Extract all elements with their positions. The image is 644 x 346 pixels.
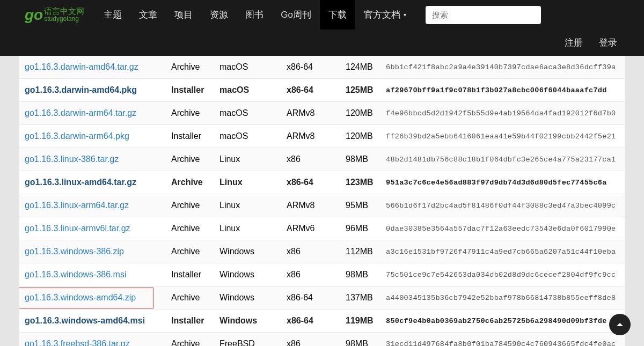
cell-kind: Archive bbox=[167, 333, 215, 347]
download-link[interactable]: go1.16.3.darwin-amd64.tar.gz bbox=[25, 62, 138, 71]
nav-item-label: 资源 bbox=[210, 9, 228, 21]
cell-filename: go1.16.3.windows-386.msi bbox=[19, 263, 167, 286]
nav-item-3[interactable]: 资源 bbox=[201, 0, 237, 30]
navbar: go 语言中文网 studygolang 主题文章项目资源图书Go周刊下载官方文… bbox=[0, 0, 644, 30]
cell-filename: go1.16.3.windows-amd64.msi bbox=[19, 310, 167, 333]
table-row: go1.16.3.freebsd-386.tar.gzArchiveFreeBS… bbox=[19, 333, 625, 347]
cell-filename: go1.16.3.freebsd-386.tar.gz bbox=[19, 333, 167, 347]
cell-size: 98MB bbox=[341, 263, 382, 286]
scroll-top-button[interactable] bbox=[609, 314, 631, 335]
cell-sha: 850cf9e4b0ab0369ab2750c6ab25725b6a298490… bbox=[382, 310, 625, 333]
nav-item-label: Go周刊 bbox=[281, 9, 311, 21]
cell-sha: 6bb1cf421f8abc2a9a4e39140b7397cdae6aca3e… bbox=[382, 56, 625, 79]
nav-item-0[interactable]: 主题 bbox=[95, 0, 130, 30]
cell-kind: Archive bbox=[167, 194, 215, 217]
cell-sha: a4400345135b36cb7942e52bbaf978b66814738b… bbox=[382, 286, 625, 310]
cell-kind: Archive bbox=[167, 102, 215, 125]
nav-item-label: 项目 bbox=[174, 9, 193, 21]
download-link[interactable]: go1.16.3.linux-arm64.tar.gz bbox=[25, 201, 129, 210]
cell-sha: af29670bff9a1f9c078b1f3b027a8cbc006f6044… bbox=[382, 79, 625, 102]
cell-filename: go1.16.3.linux-arm64.tar.gz bbox=[19, 194, 167, 217]
nav-item-7[interactable]: 官方文档▾ bbox=[355, 0, 415, 30]
cell-kind: Archive bbox=[167, 217, 215, 240]
cell-arch: ARMv8 bbox=[282, 194, 341, 217]
download-link[interactable]: go1.16.3.darwin-amd64.pkg bbox=[25, 85, 137, 94]
download-link[interactable]: go1.16.3.darwin-arm64.pkg bbox=[25, 131, 129, 141]
logo-go-text: go bbox=[25, 6, 43, 24]
cell-filename: go1.16.3.darwin-arm64.tar.gz bbox=[19, 102, 167, 125]
download-link[interactable]: go1.16.3.windows-386.zip bbox=[25, 247, 124, 256]
cell-arch: x86 bbox=[282, 148, 341, 171]
cell-kind: Archive bbox=[167, 286, 215, 310]
cell-kind: Installer bbox=[167, 79, 215, 102]
cell-size: 120MB bbox=[341, 102, 382, 125]
nav-item-4[interactable]: 图书 bbox=[237, 0, 272, 30]
cell-kind: Installer bbox=[167, 310, 215, 333]
cell-size: 120MB bbox=[341, 125, 382, 148]
cell-arch: ARMv6 bbox=[282, 217, 341, 240]
cell-kind: Archive bbox=[167, 240, 215, 263]
cell-kind: Archive bbox=[167, 56, 215, 79]
downloads-table: go1.16.3.darwin-amd64.tar.gzArchivemacOS… bbox=[19, 56, 625, 346]
cell-arch: x86-64 bbox=[282, 171, 341, 194]
cell-size: 123MB bbox=[341, 171, 382, 194]
download-link[interactable]: go1.16.3.linux-amd64.tar.gz bbox=[25, 178, 136, 187]
download-link[interactable]: go1.16.3.windows-amd64.zip bbox=[25, 293, 136, 302]
logo[interactable]: go 语言中文网 studygolang bbox=[25, 6, 84, 24]
cell-filename: go1.16.3.windows-amd64.zip bbox=[19, 286, 167, 310]
cell-filename: go1.16.3.linux-386.tar.gz bbox=[19, 148, 167, 171]
register-link[interactable]: 注册 bbox=[565, 36, 583, 49]
caret-down-icon: ▾ bbox=[404, 12, 406, 18]
nav-item-5[interactable]: Go周刊 bbox=[272, 0, 320, 30]
download-link[interactable]: go1.16.3.windows-amd64.msi bbox=[25, 316, 145, 325]
cell-sha: 75c501ce9c7e542653da034db02d8d9dc6cecef2… bbox=[382, 263, 625, 286]
highlight-box: go1.16.3.windows-amd64.zip bbox=[19, 288, 153, 308]
nav-item-2[interactable]: 项目 bbox=[166, 0, 201, 30]
cell-os: macOS bbox=[215, 79, 282, 102]
cell-arch: x86-64 bbox=[282, 310, 341, 333]
table-row: go1.16.3.darwin-arm64.pkgInstallermacOSA… bbox=[19, 125, 625, 148]
table-row: go1.16.3.windows-386.zipArchiveWindowsx8… bbox=[19, 240, 625, 263]
search-input[interactable] bbox=[426, 6, 541, 24]
cell-arch: x86-64 bbox=[282, 79, 341, 102]
cell-os: Linux bbox=[215, 194, 282, 217]
cell-size: 95MB bbox=[341, 194, 382, 217]
cell-kind: Installer bbox=[167, 125, 215, 148]
cell-kind: Archive bbox=[167, 148, 215, 171]
table-row: go1.16.3.linux-386.tar.gzArchiveLinuxx86… bbox=[19, 148, 625, 171]
table-row: go1.16.3.windows-386.msiInstallerWindows… bbox=[19, 263, 625, 286]
cell-size: 96MB bbox=[341, 217, 382, 240]
login-link[interactable]: 登录 bbox=[599, 36, 617, 49]
cell-sha: 0dae30385e3564a557dac7f12a63eedc73543e6d… bbox=[382, 217, 625, 240]
nav-item-1[interactable]: 文章 bbox=[130, 0, 166, 30]
cell-size: 98MB bbox=[341, 148, 382, 171]
cell-os: Linux bbox=[215, 148, 282, 171]
main-content: go1.16.3.darwin-amd64.tar.gzArchivemacOS… bbox=[19, 56, 625, 346]
download-link[interactable]: go1.16.3.freebsd-386.tar.gz bbox=[25, 339, 130, 346]
cell-size: 112MB bbox=[341, 240, 382, 263]
table-row: go1.16.3.darwin-arm64.tar.gzArchivemacOS… bbox=[19, 102, 625, 125]
table-row: go1.16.3.windows-amd64.msiInstallerWindo… bbox=[19, 310, 625, 333]
logo-cn-text: 语言中文网 bbox=[44, 7, 84, 16]
download-link[interactable]: go1.16.3.linux-386.tar.gz bbox=[25, 154, 119, 164]
nav-item-label: 文章 bbox=[139, 9, 157, 21]
cell-arch: ARMv8 bbox=[282, 125, 341, 148]
navbar-auth: 注册 登录 bbox=[0, 30, 644, 56]
download-link[interactable]: go1.16.3.linux-armv6l.tar.gz bbox=[25, 224, 130, 233]
table-row: go1.16.3.darwin-amd64.tar.gzArchivemacOS… bbox=[19, 56, 625, 79]
download-link[interactable]: go1.16.3.darwin-arm64.tar.gz bbox=[25, 108, 136, 117]
nav-item-label: 官方文档 bbox=[364, 9, 400, 21]
cell-kind: Archive bbox=[167, 171, 215, 194]
cell-arch: x86 bbox=[282, 333, 341, 347]
download-link[interactable]: go1.16.3.windows-386.msi bbox=[25, 270, 126, 279]
nav-item-6[interactable]: 下载 bbox=[320, 0, 355, 30]
chevron-up-icon bbox=[615, 320, 625, 329]
cell-os: macOS bbox=[215, 56, 282, 79]
cell-os: Windows bbox=[215, 286, 282, 310]
cell-os: Windows bbox=[215, 310, 282, 333]
cell-size: 124MB bbox=[341, 56, 382, 79]
cell-sha: ff26b39bd2a5ebb6416061eaa41e59b44f02199c… bbox=[382, 125, 625, 148]
cell-os: FreeBSD bbox=[215, 333, 282, 347]
cell-os: Linux bbox=[215, 217, 282, 240]
nav-item-label: 下载 bbox=[328, 9, 347, 21]
